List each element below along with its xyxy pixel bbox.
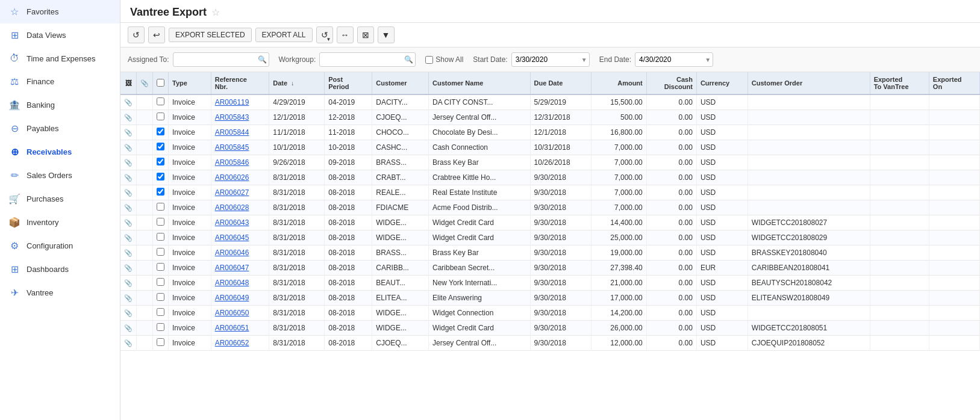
row-checkbox[interactable]: [157, 113, 164, 120]
sidebar-item-sales-orders[interactable]: ✏ Sales Orders: [0, 164, 120, 187]
sidebar-item-label: Favorites: [27, 7, 58, 16]
th-checkbox[interactable]: [153, 72, 169, 94]
row-ref-nbr[interactable]: AR005843: [211, 110, 269, 125]
th-due-date[interactable]: Due Date: [530, 72, 591, 94]
row-checkbox-cell[interactable]: [153, 110, 169, 125]
sidebar-item-payables[interactable]: ⊖ Payables: [0, 117, 120, 140]
row-checkbox[interactable]: [157, 188, 164, 196]
th-customer-order[interactable]: Customer Order: [747, 72, 870, 94]
row-ref-nbr[interactable]: AR006047: [211, 261, 269, 276]
th-customer[interactable]: Customer: [372, 72, 429, 94]
row-ref-nbr[interactable]: AR006045: [211, 230, 269, 246]
row-checkbox[interactable]: [157, 323, 164, 331]
th-exported-on[interactable]: ExportedOn: [929, 72, 979, 94]
favorite-star-icon[interactable]: ☆: [211, 7, 220, 18]
undo-button[interactable]: ↩: [148, 26, 165, 43]
sidebar-item-vantree[interactable]: ✈ Vantree: [0, 281, 120, 304]
row-ref-nbr[interactable]: AR005845: [211, 140, 269, 155]
row-checkbox[interactable]: [157, 173, 164, 181]
row-ref-nbr[interactable]: AR006028: [211, 200, 269, 215]
row-checkbox[interactable]: [157, 233, 164, 241]
row-ref-nbr[interactable]: AR006027: [211, 185, 269, 200]
th-ref-nbr[interactable]: ReferenceNbr.: [211, 72, 269, 94]
row-due-date: 12/1/2018: [530, 125, 591, 140]
filter-button[interactable]: ▼: [378, 26, 395, 43]
th-date[interactable]: Date ↓: [269, 72, 325, 94]
th-exported-to-vantree[interactable]: ExportedTo VanTree: [870, 72, 929, 94]
row-ref-nbr[interactable]: AR006026: [211, 170, 269, 185]
th-cash-discount[interactable]: CashDiscount: [646, 72, 696, 94]
th-amount[interactable]: Amount: [591, 72, 646, 94]
export-all-button[interactable]: EXPORT ALL: [255, 28, 313, 42]
row-checkbox-cell[interactable]: [153, 230, 169, 246]
row-checkbox[interactable]: [157, 263, 164, 271]
th-customer-name[interactable]: Customer Name: [428, 72, 530, 94]
row-ref-nbr[interactable]: AR006049: [211, 291, 269, 306]
sidebar-item-banking[interactable]: 🏦 Banking: [0, 93, 120, 117]
row-checkbox-cell[interactable]: [153, 306, 169, 321]
sidebar-item-favorites[interactable]: ☆ Favorites: [0, 0, 120, 23]
row-checkbox-cell[interactable]: [153, 321, 169, 336]
row-checkbox-cell[interactable]: [153, 215, 169, 230]
sidebar-item-receivables[interactable]: ⊕ Receivables: [0, 140, 120, 164]
sidebar-item-purchases[interactable]: 🛒 Purchases: [0, 187, 120, 211]
select-all-checkbox[interactable]: [157, 79, 164, 87]
assigned-to-input[interactable]: [173, 52, 269, 67]
row-currency: USD: [696, 140, 747, 155]
row-ref-nbr[interactable]: AR005844: [211, 125, 269, 140]
row-checkbox-cell[interactable]: [153, 140, 169, 155]
row-checkbox-cell[interactable]: [153, 185, 169, 200]
row-ref-nbr[interactable]: AR006051: [211, 321, 269, 336]
row-ref-nbr[interactable]: AR006119: [211, 94, 269, 110]
row-post-period: 08-2018: [325, 200, 372, 215]
row-checkbox-cell[interactable]: [153, 155, 169, 170]
row-ref-nbr[interactable]: AR006046: [211, 246, 269, 261]
refresh-button[interactable]: ↺: [128, 26, 145, 43]
th-currency[interactable]: Currency: [696, 72, 747, 94]
row-checkbox-cell[interactable]: [153, 261, 169, 276]
row-checkbox[interactable]: [157, 218, 164, 226]
row-checkbox-cell[interactable]: [153, 200, 169, 215]
th-type[interactable]: Type: [169, 72, 211, 94]
end-date-input[interactable]: [635, 52, 713, 67]
row-clip-cell: [137, 291, 153, 306]
row-checkbox-cell[interactable]: [153, 94, 169, 110]
row-checkbox-cell[interactable]: [153, 291, 169, 306]
row-checkbox[interactable]: [157, 203, 164, 211]
row-checkbox-cell[interactable]: [153, 336, 169, 351]
row-checkbox[interactable]: [157, 248, 164, 256]
sidebar-item-finance[interactable]: ⚖ Finance: [0, 70, 120, 93]
row-checkbox-cell[interactable]: [153, 276, 169, 291]
row-ref-nbr[interactable]: AR005846: [211, 155, 269, 170]
start-date-input[interactable]: [511, 52, 590, 67]
sidebar-item-inventory[interactable]: 📦 Inventory: [0, 211, 120, 234]
row-checkbox[interactable]: [157, 128, 164, 135]
row-checkbox[interactable]: [157, 143, 164, 150]
sidebar-item-time-expenses[interactable]: ⏱ Time and Expenses: [0, 47, 120, 70]
row-checkbox[interactable]: [157, 158, 164, 165]
row-checkbox-cell[interactable]: [153, 170, 169, 185]
row-exported-to-vantree: [870, 246, 929, 261]
row-ref-nbr[interactable]: AR006050: [211, 306, 269, 321]
row-checkbox[interactable]: [157, 308, 164, 316]
th-post-period[interactable]: PostPeriod: [325, 72, 372, 94]
row-checkbox[interactable]: [157, 97, 164, 105]
workgroup-input[interactable]: [319, 52, 416, 67]
row-checkbox[interactable]: [157, 293, 164, 301]
sidebar-item-data-views[interactable]: ⊞ Data Views: [0, 23, 120, 47]
row-exported-on: [929, 94, 979, 110]
export-selected-button[interactable]: EXPORT SELECTED: [169, 28, 252, 42]
row-ref-nbr[interactable]: AR006048: [211, 276, 269, 291]
row-checkbox-cell[interactable]: [153, 125, 169, 140]
row-checkbox[interactable]: [157, 338, 164, 346]
grid-options-button[interactable]: ⊠: [357, 26, 374, 43]
refresh2-button[interactable]: ↺ ▼: [316, 26, 333, 43]
sidebar-item-configuration[interactable]: ⚙ Configuration: [0, 234, 120, 258]
row-ref-nbr[interactable]: AR006043: [211, 215, 269, 230]
row-checkbox-cell[interactable]: [153, 246, 169, 261]
fit-columns-button[interactable]: ↔: [337, 26, 354, 43]
sidebar-item-dashboards[interactable]: ⊞ Dashboards: [0, 258, 120, 281]
show-all-checkbox[interactable]: [425, 56, 433, 64]
row-checkbox[interactable]: [157, 278, 164, 286]
row-ref-nbr[interactable]: AR006052: [211, 336, 269, 351]
